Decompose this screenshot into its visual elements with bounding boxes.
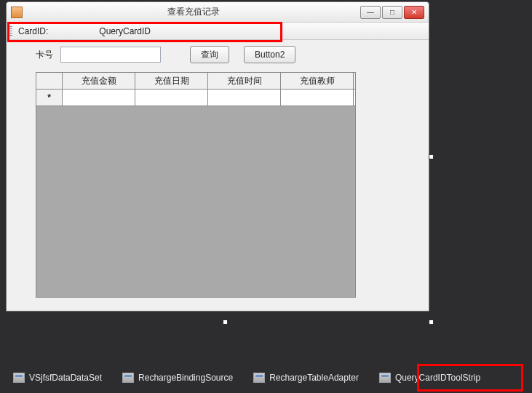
col-time[interactable]: 充值时间 — [208, 73, 281, 89]
tray-bindingsource[interactable]: RechargeBindingSource — [122, 368, 233, 387]
toolstrip-grip-icon — [9, 26, 12, 36]
toolstrip-cardid-label: CardID: — [18, 26, 48, 36]
form-body: 卡号 查询 Button2 充值金额 充值日期 充值时间 充值教师 * — [7, 40, 429, 311]
bindingsource-icon — [122, 373, 134, 383]
tray-label: VSjfsfDataDataSet — [29, 373, 102, 383]
minimize-button[interactable]: — — [360, 6, 381, 19]
tray-label: RechargeBindingSource — [138, 373, 233, 383]
form-window[interactable]: 查看充值记录 — □ ✕ CardID: QueryCardID 卡号 查询 B… — [6, 1, 429, 311]
titlebar[interactable]: 查看充值记录 — □ ✕ — [7, 2, 429, 23]
selection-handle-right[interactable] — [429, 154, 434, 159]
query-toolstrip[interactable]: CardID: QueryCardID — [7, 23, 429, 40]
col-teacher[interactable]: 充值教师 — [281, 73, 354, 89]
cell[interactable] — [208, 90, 281, 106]
datagrid[interactable]: 充值金额 充值日期 充值时间 充值教师 * — [36, 72, 356, 298]
cell[interactable] — [63, 90, 135, 106]
selection-handle-bottom[interactable] — [223, 319, 228, 325]
app-icon — [11, 7, 23, 18]
card-number-label: 卡号 — [36, 49, 53, 61]
designer-surface[interactable]: 查看充值记录 — □ ✕ CardID: QueryCardID 卡号 查询 B… — [6, 1, 431, 322]
query-button[interactable]: 查询 — [190, 46, 229, 63]
new-row-indicator: * — [36, 90, 63, 106]
datagrid-new-row[interactable]: * — [36, 90, 355, 106]
window-buttons: — □ ✕ — [360, 6, 424, 19]
tableadapter-icon — [253, 373, 265, 383]
tray-toolstrip[interactable]: QueryCardIDToolStrip — [379, 368, 480, 387]
maximize-button[interactable]: □ — [382, 6, 402, 19]
datagrid-header: 充值金额 充值日期 充值时间 充值教师 — [36, 73, 355, 90]
tray-label: RechargeTableAdapter — [269, 373, 359, 383]
window-title: 查看充值记录 — [27, 6, 360, 18]
row-header-corner — [36, 73, 63, 89]
cell[interactable] — [135, 90, 208, 106]
toolstrip-icon — [379, 373, 391, 383]
tray-label: QueryCardIDToolStrip — [395, 373, 480, 383]
card-number-input[interactable] — [60, 47, 161, 63]
col-date[interactable]: 充值日期 — [135, 73, 208, 89]
close-button[interactable]: ✕ — [404, 6, 424, 19]
tray-dataset[interactable]: VSjfsfDataDataSet — [13, 368, 102, 387]
cell[interactable] — [281, 90, 354, 106]
col-amount[interactable]: 充值金额 — [63, 73, 135, 89]
toolstrip-querycardid-text[interactable]: QueryCardID — [99, 26, 151, 36]
search-row: 卡号 查询 Button2 — [7, 40, 429, 69]
tray-tableadapter[interactable]: RechargeTableAdapter — [253, 368, 359, 387]
dataset-icon — [13, 373, 25, 383]
component-tray[interactable]: VSjfsfDataDataSet RechargeBindingSource … — [13, 368, 480, 387]
button2[interactable]: Button2 — [244, 46, 295, 63]
selection-handle-corner[interactable] — [429, 319, 434, 325]
